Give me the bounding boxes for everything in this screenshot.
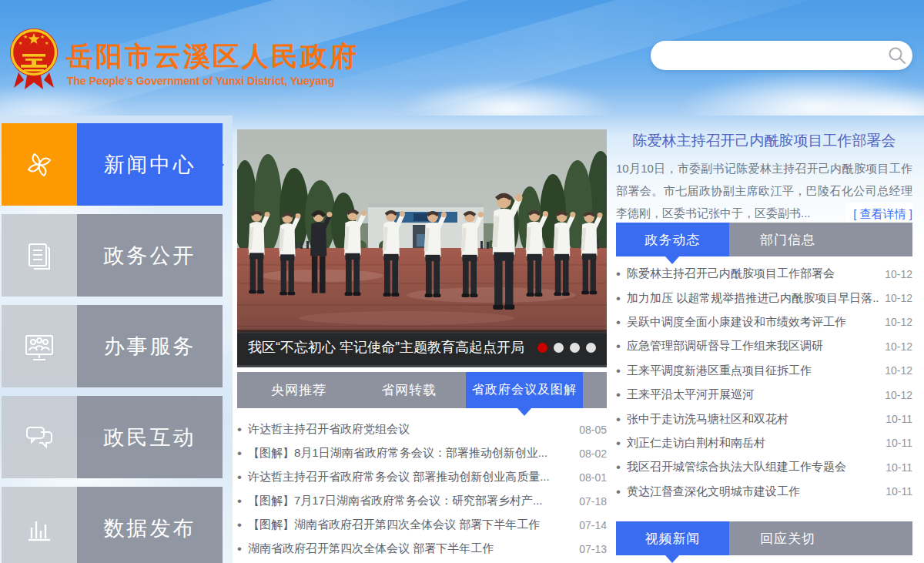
tab-label: 视频新闻: [645, 530, 701, 548]
svg-text:★: ★: [18, 41, 22, 45]
bullet-icon: •: [237, 471, 248, 484]
news-item-title[interactable]: 我区召开城管综合执法大队组建工作专题会: [627, 460, 879, 474]
news-item-date: 10-11: [886, 437, 912, 449]
tab-video-news[interactable]: 视频新闻: [616, 521, 729, 555]
news-item[interactable]: • 加力加压 以超常规举措推进己内酰胺项目早日落... 10-12: [616, 286, 912, 310]
sidebar-item-interaction[interactable]: 政民互动: [2, 396, 223, 478]
news-item-date: 10-11: [886, 485, 912, 498]
sidebar-item-news-center[interactable]: 新闻中心: [2, 123, 223, 206]
bullet-icon: •: [237, 447, 248, 460]
video-news-tabbar: 视频新闻 回应关切: [616, 521, 912, 555]
news-item-title[interactable]: 【图解】7月17日湖南省政府常务会议：研究部署乡村产...: [248, 494, 573, 508]
news-item[interactable]: • 吴跃中调度全面小康建设和市绩效考评工作 10-12: [616, 310, 912, 334]
featured-summary: 10月10日，市委副书记陈爱林主持召开己内酰胺项目工作部署会。市七届政协副主席欧…: [616, 157, 912, 225]
news-item[interactable]: • 张中于走访洗马塘社区和双花村 10-11: [616, 407, 912, 431]
tab-respond-concerns[interactable]: 回应关切: [730, 521, 845, 555]
news-item-title[interactable]: 应急管理部调研督导工作组来我区调研: [627, 339, 879, 354]
tab-label: 省网转载: [381, 381, 437, 399]
search-bar: [651, 41, 912, 70]
news-item-title[interactable]: 【图解】8月1日湖南省政府常务会议：部署推动创新创业...: [248, 446, 573, 461]
gov-news-tabbar: 政务动态 部门信息: [616, 223, 912, 256]
tab-label: 政务动态: [645, 231, 701, 249]
tab-gov-dynamics[interactable]: 政务动态: [616, 223, 729, 256]
carousel-caption: 我区“不忘初心 牢记使命”主题教育高起点开局: [248, 338, 524, 357]
carousel-dot[interactable]: [586, 343, 596, 353]
page: ★ ★ ★ ★ 岳阳市云溪区人民政府 The People's Governme…: [0, 0, 924, 563]
national-emblem-logo: ★ ★ ★ ★: [8, 26, 60, 91]
tab-central-net[interactable]: 央网推荐: [253, 372, 345, 408]
site-subtitle: The People's Government of Yunxi Distric…: [67, 75, 334, 87]
news-item-date: 10-12: [885, 389, 912, 401]
sidebar-item-services[interactable]: 办事服务: [2, 305, 223, 387]
news-item-date: 08-01: [579, 471, 607, 484]
tab-label: 省政府会议及图解: [472, 382, 577, 398]
news-item[interactable]: • 我区召开城管综合执法大队组建工作专题会 10-11: [616, 455, 912, 479]
news-item[interactable]: • 许达哲主持召开省政府常务会议 部署推动创新创业高质量... 08-01: [237, 465, 607, 489]
news-item-date: 07-14: [579, 519, 607, 531]
news-item[interactable]: • 刘正仁走访白荆村和南岳村 10-11: [616, 431, 912, 455]
sidebar-item-label: 政民互动: [77, 396, 223, 478]
news-item[interactable]: • 王来平沿太平河开展巡河 10-12: [616, 383, 912, 407]
site-title: 岳阳市云溪区人民政府: [66, 39, 359, 75]
news-item-date: 10-12: [885, 364, 912, 377]
active-tab-pointer: [665, 555, 679, 563]
featured-headline[interactable]: 陈爱林主持召开己内酰胺项目工作部署会: [616, 131, 912, 151]
news-item[interactable]: • 【图解】8月1日湖南省政府常务会议：部署推动创新创业... 08-02: [237, 441, 607, 465]
news-item[interactable]: • 陈爱林主持召开己内酰胺项目工作部署会 10-12: [616, 262, 912, 286]
bullet-icon: •: [616, 485, 627, 498]
left-tabbar: 央网推荐 省网转载 省政府会议及图解: [237, 372, 607, 408]
view-details-link[interactable]: [ 查看详情 ]: [845, 203, 912, 225]
bullet-icon: •: [237, 423, 248, 436]
tab-province-net[interactable]: 省网转载: [363, 372, 455, 408]
tab-department-info[interactable]: 部门信息: [730, 223, 845, 256]
news-item-title[interactable]: 许达哲主持召开省政府常务会议 部署推动创新创业高质量...: [248, 470, 573, 484]
carousel-dot[interactable]: [554, 343, 564, 353]
news-item-title[interactable]: 张中于走访洗马塘社区和双花村: [627, 412, 879, 427]
sidebar-item-label: 新闻中心: [77, 123, 223, 206]
bullet-icon: •: [616, 388, 627, 401]
carousel-dots: [537, 343, 596, 353]
news-item-title[interactable]: 刘正仁走访白荆村和南岳村: [627, 436, 879, 451]
news-carousel[interactable]: 我区“不忘初心 牢记使命”主题教育高起点开局: [237, 129, 607, 367]
news-item-title[interactable]: 加力加压 以超常规举措推进己内酰胺项目早日落...: [627, 291, 879, 306]
news-item-title[interactable]: 黄达江督查深化文明城市建设工作: [627, 484, 879, 499]
news-item[interactable]: • 【图解】7月17日湖南省政府常务会议：研究部署乡村产... 07-18: [237, 489, 607, 513]
gov-news-list: • 陈爱林主持召开己内酰胺项目工作部署会 10-12 • 加力加压 以超常规举措…: [616, 262, 912, 504]
news-item-title[interactable]: 陈爱林主持召开己内酰胺项目工作部署会: [627, 266, 879, 281]
search-icon[interactable]: [882, 41, 912, 70]
featured-article: 陈爱林主持召开己内酰胺项目工作部署会 10月10日，市委副书记陈爱林主持召开己内…: [616, 131, 912, 225]
tab-province-meetings[interactable]: 省政府会议及图解: [466, 372, 583, 408]
news-item[interactable]: • 黄达江督查深化文明城市建设工作 10-11: [616, 480, 912, 504]
tab-label: 部门信息: [760, 231, 815, 249]
sidebar-item-label: 政务公开: [77, 214, 223, 297]
sidebar-item-data[interactable]: 数据发布: [2, 487, 223, 563]
news-item-title[interactable]: 【图解】湖南省政府召开第四次全体会议 部署下半年工作: [248, 518, 573, 532]
bullet-icon: •: [237, 542, 248, 555]
news-item-title[interactable]: 吴跃中调度全面小康建设和市绩效考评工作: [627, 315, 879, 330]
news-item-date: 08-05: [579, 424, 607, 436]
carousel-dot[interactable]: [570, 343, 580, 353]
bullet-icon: •: [616, 267, 627, 280]
news-item[interactable]: • 应急管理部调研督导工作组来我区调研 10-12: [616, 334, 912, 358]
svg-text:★: ★: [23, 34, 28, 39]
sidebar-item-label: 办事服务: [77, 305, 223, 387]
carousel-caption-bar: 我区“不忘初心 牢记使命”主题教育高起点开局: [237, 330, 607, 365]
news-item-title[interactable]: 湖南省政府召开第四次全体会议 部署下半年工作: [248, 541, 573, 556]
news-item-date: 10-12: [885, 292, 912, 304]
bullet-icon: •: [616, 340, 627, 353]
news-item[interactable]: • 【图解】湖南省政府召开第四次全体会议 部署下半年工作 07-14: [237, 513, 607, 537]
search-input[interactable]: [651, 44, 882, 67]
news-item-title[interactable]: 王来平沿太平河开展巡河: [627, 387, 879, 402]
sidebar-item-gov-disclosure[interactable]: 政务公开: [2, 214, 223, 297]
news-item-title[interactable]: 王来平调度新港区重点项目征拆工作: [627, 364, 879, 378]
news-item-date: 10-11: [886, 461, 912, 474]
carousel-dot[interactable]: [537, 343, 547, 353]
news-item-title[interactable]: 许达哲主持召开省政府党组会议: [248, 422, 573, 437]
bullet-icon: •: [616, 364, 627, 377]
news-item-date: 08-02: [579, 447, 607, 460]
province-news-list: • 许达哲主持召开省政府党组会议 08-05 • 【图解】8月1日湖南省政府常务…: [237, 417, 607, 561]
news-item[interactable]: • 湖南省政府召开第四次全体会议 部署下半年工作 07-13: [237, 537, 607, 561]
news-item-date: 07-13: [579, 543, 607, 555]
news-item[interactable]: • 王来平调度新港区重点项目征拆工作 10-12: [616, 359, 912, 383]
news-item[interactable]: • 许达哲主持召开省政府党组会议 08-05: [237, 417, 607, 441]
